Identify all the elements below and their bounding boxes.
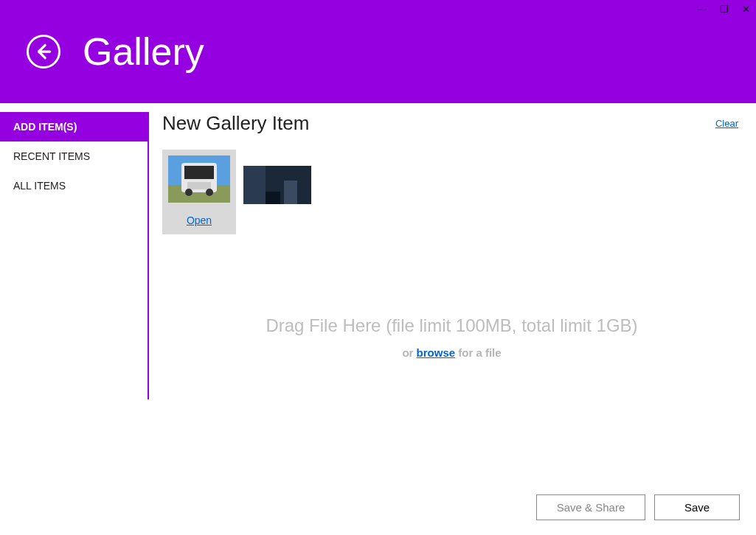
dropzone[interactable]: Drag File Here (file limit 100MB, total …: [162, 315, 741, 359]
dropzone-subtext: or browse for a file: [162, 346, 741, 359]
minimize-button[interactable]: —: [697, 4, 707, 14]
header-bar: Gallery: [0, 0, 756, 103]
window-controls: — ❐ ✕: [697, 4, 750, 14]
thumbnail-card[interactable]: Open: [162, 150, 236, 234]
clear-link[interactable]: Clear: [715, 118, 738, 129]
dropzone-or: or: [402, 346, 416, 359]
svg-rect-9: [243, 166, 266, 204]
sidebar-item-all[interactable]: ALL ITEMS: [0, 171, 148, 200]
browse-link[interactable]: browse: [417, 346, 456, 359]
thumbnail-row: Open: [162, 150, 741, 234]
body: ADD ITEM(S) RECENT ITEMS ALL ITEMS New G…: [0, 103, 756, 535]
maximize-button[interactable]: ❐: [720, 4, 729, 14]
dropzone-text: Drag File Here (file limit 100MB, total …: [162, 315, 741, 336]
main-title: New Gallery Item: [162, 112, 309, 135]
sidebar-item-add[interactable]: ADD ITEM(S): [0, 112, 148, 141]
save-share-button[interactable]: Save & Share: [536, 494, 645, 520]
arrow-left-icon: [34, 42, 53, 61]
thumbnail-image-icon[interactable]: [243, 166, 311, 204]
back-button[interactable]: [27, 35, 60, 69]
main-header: New Gallery Item Clear: [162, 112, 741, 135]
svg-rect-5: [187, 182, 211, 189]
svg-rect-10: [284, 181, 297, 204]
svg-rect-4: [184, 166, 214, 179]
app-window: — ❐ ✕ Gallery ADD ITEM(S) RECENT ITEMS A…: [0, 0, 756, 535]
svg-rect-11: [266, 192, 280, 204]
dropzone-rest: for a file: [455, 346, 502, 359]
open-link[interactable]: Open: [187, 214, 212, 226]
sidebar: ADD ITEM(S) RECENT ITEMS ALL ITEMS: [0, 103, 148, 535]
svg-point-7: [206, 189, 213, 196]
sidebar-item-recent[interactable]: RECENT ITEMS: [0, 141, 148, 171]
main-panel: New Gallery Item Clear Open: [149, 103, 756, 535]
footer-actions: Save & Share Save: [536, 494, 740, 520]
save-button[interactable]: Save: [654, 494, 740, 520]
thumbnail-image-icon: [168, 155, 230, 203]
svg-point-6: [185, 189, 193, 196]
close-button[interactable]: ✕: [742, 4, 750, 14]
page-title: Gallery: [83, 29, 204, 74]
